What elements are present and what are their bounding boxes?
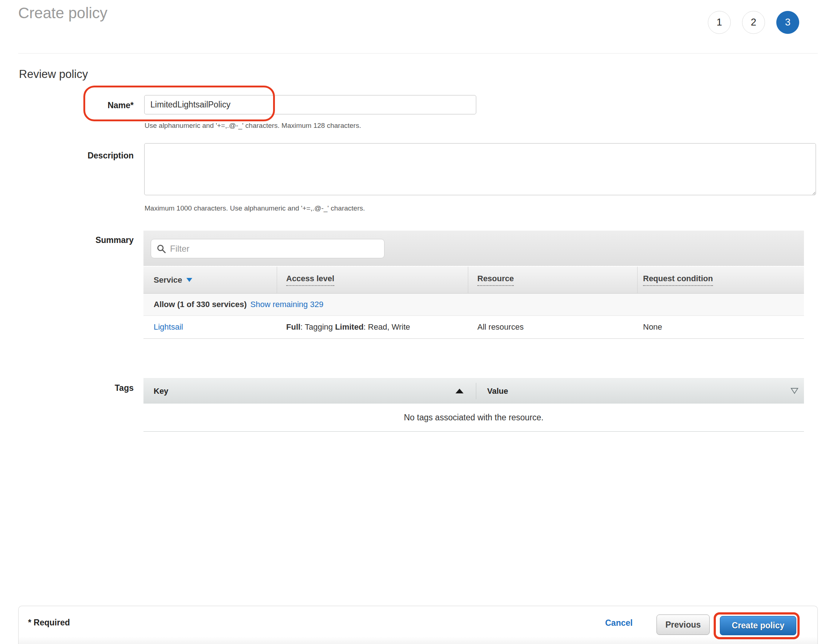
show-remaining-link[interactable]: Show remaining 329 bbox=[250, 300, 324, 309]
description-helper-text: Maximum 1000 characters. Use alphanumeri… bbox=[145, 204, 365, 212]
review-policy-heading: Review policy bbox=[19, 68, 88, 81]
allow-group-label: Allow (1 of 330 services) bbox=[153, 300, 247, 309]
column-header-resource: Resource bbox=[477, 266, 514, 293]
access-level-cell: Full: Tagging Limited: Read, Write bbox=[286, 316, 410, 338]
name-helper-text: Use alphanumeric and '+=,.@-_' character… bbox=[145, 122, 361, 130]
summary-label: Summary bbox=[0, 235, 134, 245]
summary-table-header: Service Access level Resource Request co… bbox=[144, 266, 804, 294]
table-row-lightsail: Lightsail Full: Tagging Limited: Read, W… bbox=[144, 316, 804, 339]
summary-filter-input[interactable]: Filter bbox=[151, 239, 384, 258]
column-header-service[interactable]: Service bbox=[153, 266, 192, 293]
step-number: 1 bbox=[717, 17, 722, 28]
summary-filter-band: Filter bbox=[144, 230, 804, 266]
cancel-button[interactable]: Cancel bbox=[605, 618, 632, 628]
footer-bar: * Required Cancel Previous Create policy bbox=[18, 606, 818, 644]
header-divider bbox=[18, 53, 818, 54]
service-cell: Lightsail bbox=[153, 316, 183, 338]
policy-name-input[interactable] bbox=[144, 95, 476, 114]
previous-button[interactable]: Previous bbox=[656, 615, 710, 635]
column-divider bbox=[476, 383, 476, 399]
tags-table: Key Value No tags associated with the re… bbox=[144, 378, 804, 432]
step-indicator-1: 1 bbox=[708, 11, 731, 34]
column-header-request-condition: Request condition bbox=[643, 266, 713, 293]
policy-description-textarea[interactable] bbox=[144, 143, 816, 195]
column-header-value[interactable]: Value bbox=[487, 378, 508, 404]
page-title: Create policy bbox=[18, 4, 108, 22]
name-label: Name* bbox=[0, 101, 134, 110]
create-policy-page: Create policy 1 2 3 Review policy Name* … bbox=[0, 0, 836, 644]
step-indicator-3-active: 3 bbox=[776, 11, 799, 34]
search-icon bbox=[156, 244, 167, 254]
column-header-key[interactable]: Key bbox=[153, 378, 168, 404]
tags-empty-message: No tags associated with the resource. bbox=[144, 404, 804, 432]
step-number: 2 bbox=[751, 17, 756, 28]
filter-placeholder-text: Filter bbox=[170, 244, 189, 254]
column-header-access-level: Access level bbox=[286, 266, 334, 293]
column-divider bbox=[277, 266, 277, 293]
column-divider bbox=[637, 266, 638, 293]
sort-descending-icon bbox=[186, 278, 192, 282]
tags-label: Tags bbox=[0, 383, 134, 393]
resource-cell: All resources bbox=[477, 316, 524, 338]
tags-table-header: Key Value bbox=[144, 378, 804, 404]
create-policy-button[interactable]: Create policy bbox=[720, 616, 796, 635]
sort-down-outline-icon bbox=[790, 387, 799, 396]
required-note: * Required bbox=[28, 618, 70, 628]
description-label: Description bbox=[0, 151, 134, 161]
request-condition-cell: None bbox=[643, 316, 662, 338]
summary-table: Filter Service Access level Resource Req… bbox=[144, 230, 804, 339]
lightsail-link[interactable]: Lightsail bbox=[153, 322, 183, 332]
step-indicator-2: 2 bbox=[742, 11, 765, 34]
allow-group-row: Allow (1 of 330 services) Show remaining… bbox=[144, 294, 804, 316]
column-divider bbox=[468, 266, 468, 293]
sort-ascending-icon bbox=[456, 389, 464, 393]
step-number: 3 bbox=[785, 17, 790, 28]
